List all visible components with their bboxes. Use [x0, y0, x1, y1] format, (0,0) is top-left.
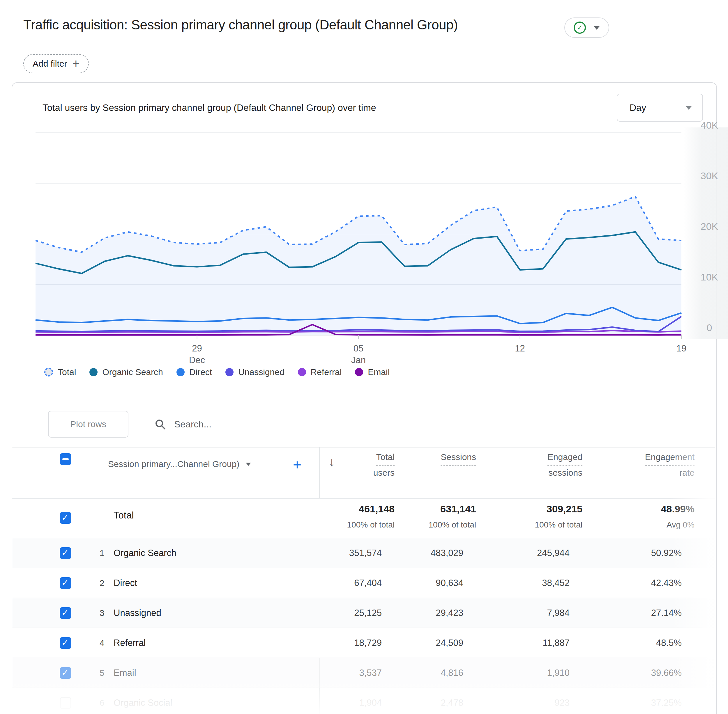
table-row-unassigned[interactable]: 3Unassigned25,12529,4237,98427.14% — [12, 598, 715, 628]
table-search — [154, 411, 562, 438]
legend-item-email[interactable]: Email — [355, 367, 390, 377]
cell-value: 245,944 — [537, 548, 570, 558]
total-users-sub: 100% of total — [347, 520, 394, 530]
row-index: 2 — [94, 578, 110, 588]
plus-icon: + — [72, 58, 80, 70]
channel-label: Organic Search — [114, 548, 176, 558]
cell-value: 18,729 — [354, 638, 382, 648]
row-checkbox-unassigned[interactable] — [60, 607, 71, 619]
cell-value: 7,984 — [547, 608, 570, 618]
chevron-down-icon — [686, 106, 692, 110]
column-header-engaged-sessions[interactable]: Engaged sessions — [548, 453, 582, 484]
row-checkbox-direct[interactable] — [60, 577, 71, 589]
cell-value: 1,910 — [547, 668, 570, 678]
channel-label: Direct — [114, 578, 137, 588]
sort-descending-icon[interactable]: ↓ — [328, 454, 335, 469]
add-dimension-button[interactable]: + — [293, 456, 301, 473]
legend-label: Email — [368, 367, 390, 377]
legend-item-total[interactable]: Total — [44, 367, 76, 377]
valid-check-icon: ✓ — [574, 21, 586, 34]
legend-label: Direct — [189, 367, 212, 377]
engagement-rate-sub: Avg 0% — [666, 520, 695, 530]
select-all-checkbox[interactable] — [60, 453, 71, 465]
add-filter-button[interactable]: Add filter + — [23, 54, 89, 74]
cell-value: 25,125 — [354, 608, 382, 618]
legend-item-referral[interactable]: Referral — [298, 367, 342, 377]
cell-value: 351,574 — [349, 548, 382, 558]
engagement-rate-value: 48.99% — [661, 503, 695, 515]
cell-value: 37.25% — [651, 698, 682, 708]
engaged-sessions-value: 309,215 — [547, 503, 582, 515]
table-top-divider — [12, 447, 715, 447]
column-header-sessions[interactable]: Sessions — [441, 453, 476, 468]
row-index: 1 — [94, 548, 110, 558]
traffic-acquisition-page: Traffic acquisition: Session primary cha… — [0, 0, 728, 714]
report-status-badge[interactable]: ✓ — [564, 18, 609, 38]
total-row-checkbox[interactable] — [60, 512, 71, 524]
cell-value: 67,404 — [354, 578, 382, 588]
table-row-organic-search[interactable]: 1Organic Search351,574483,029245,94450.9… — [12, 538, 715, 568]
row-index: 4 — [94, 638, 110, 648]
legend-item-direct[interactable]: Direct — [176, 367, 212, 377]
plot-rows-button[interactable]: Plot rows — [48, 411, 128, 438]
total-users-value: 461,148 — [359, 503, 394, 515]
cell-value: 4,816 — [441, 668, 463, 678]
channel-label: Referral — [114, 638, 146, 648]
row-checkbox-email[interactable] — [60, 667, 71, 679]
chevron-down-icon — [593, 26, 600, 30]
column-header-total-users[interactable]: Total users — [373, 453, 394, 484]
cell-value: 11,887 — [543, 638, 570, 648]
granularity-select[interactable]: Day — [617, 94, 703, 122]
legend-swatch-referral — [298, 368, 306, 376]
cell-value: 27.14% — [651, 608, 682, 618]
sessions-value: 631,141 — [440, 503, 476, 515]
row-index: 3 — [94, 608, 110, 618]
table-row-email[interactable]: 5Email3,5374,8161,91039.66% — [12, 657, 715, 688]
cell-value: 90,634 — [436, 578, 463, 588]
toolbar-divider — [141, 400, 141, 447]
cell-value: 29,423 — [436, 608, 463, 618]
cell-value: 2,478 — [441, 698, 463, 708]
cell-value: 923 — [555, 698, 570, 708]
cell-value: 50.92% — [651, 548, 682, 558]
chevron-down-icon — [246, 463, 251, 466]
table-row-referral[interactable]: 4Referral18,72924,50911,88748.5% — [12, 628, 715, 658]
row-checkbox-organic-search[interactable] — [60, 547, 71, 559]
chart-title: Total users by Session primary channel g… — [42, 102, 376, 113]
cell-value: 48.5% — [656, 638, 682, 648]
row-index: 6 — [94, 698, 110, 708]
search-input[interactable] — [173, 418, 524, 430]
legend-label: Referral — [311, 367, 342, 377]
dimension-header[interactable]: Session primary...Channel Group) — [108, 459, 251, 469]
cell-value: 42.43% — [651, 578, 682, 588]
legend-item-unassigned[interactable]: Unassigned — [226, 367, 284, 377]
cell-value: 483,029 — [431, 548, 463, 558]
legend-swatch-unassigned — [226, 368, 233, 376]
table-row-direct[interactable]: 2Direct67,40490,63438,45242.43% — [12, 568, 715, 598]
add-filter-label: Add filter — [33, 59, 67, 69]
legend-label: Total — [58, 367, 76, 377]
legend-item-organic-search[interactable]: Organic Search — [89, 367, 163, 377]
legend-swatch-email — [355, 368, 363, 376]
legend-swatch-organic-search — [89, 368, 98, 376]
channel-label: Unassigned — [114, 608, 161, 618]
channel-label: Organic Social — [114, 698, 172, 708]
legend-label: Organic Search — [102, 367, 163, 377]
row-checkbox-organic-social[interactable] — [60, 697, 71, 709]
search-icon — [154, 418, 166, 430]
cell-value: 1,904 — [359, 698, 382, 708]
table-row-organic-social[interactable]: 6Organic Social1,9042,47892337.25% — [12, 687, 715, 714]
legend-swatch-total — [44, 368, 53, 376]
sessions-sub: 100% of total — [429, 520, 476, 530]
granularity-value: Day — [630, 102, 646, 113]
chart-legend: TotalOrganic SearchDirectUnassignedRefer… — [44, 367, 390, 377]
column-header-engagement-rate[interactable]: Engagement rate — [645, 453, 695, 484]
cell-value: 24,509 — [436, 638, 463, 648]
legend-swatch-direct — [176, 368, 185, 376]
row-checkbox-referral[interactable] — [60, 637, 71, 649]
row-index: 5 — [94, 668, 110, 678]
engaged-sessions-sub: 100% of total — [535, 520, 582, 530]
channel-label: Email — [114, 668, 136, 678]
legend-label: Unassigned — [238, 367, 284, 377]
cell-value: 39.66% — [651, 668, 682, 678]
